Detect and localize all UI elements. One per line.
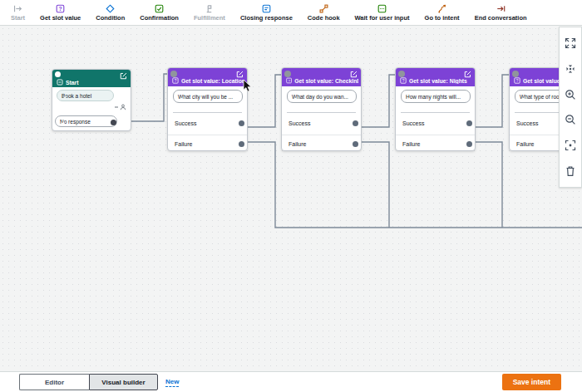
flow-canvas[interactable]: Start Book a hotel No response ? Get — [0, 26, 582, 371]
toolbar-item-label: Start — [11, 14, 25, 22]
code-hook-icon — [319, 4, 328, 13]
node-title: Get slot value: CheckInD... — [294, 78, 358, 84]
toolbar-item-label: Fulfillment — [194, 14, 225, 22]
success-port[interactable] — [466, 120, 472, 126]
failure-port[interactable] — [353, 141, 358, 147]
toolbar-item-go-to-intent[interactable]: Go to intent — [417, 2, 467, 23]
failure-row: Failure — [168, 135, 247, 152]
fullscreen-button[interactable] — [561, 34, 580, 52]
tab-visual-builder[interactable]: Visual builder — [89, 374, 158, 390]
go-to-intent-icon — [437, 4, 446, 13]
block-toolbar: Start ? Get slot value Condition Confirm… — [0, 0, 582, 26]
node-header: ? Get slot value: CheckInD... — [282, 68, 361, 86]
success-port[interactable] — [353, 120, 358, 126]
node-get-slot-checkindate[interactable]: ? Get slot value: CheckInD... What day d… — [281, 67, 362, 151]
wire-nights-success — [471, 75, 512, 127]
wire-nights-failure — [471, 142, 502, 228]
toolbar-item-wait-for-user-input[interactable]: Wait for user input — [348, 2, 417, 23]
success-label: Success — [289, 120, 310, 126]
canvas-controls-panel — [559, 27, 582, 188]
failure-row: Failure — [282, 135, 361, 152]
toolbar-item-label: End conversation — [475, 14, 527, 22]
success-label: Success — [402, 120, 424, 126]
node-get-slot-location[interactable]: ? Get slot value: Location What city wil… — [167, 67, 248, 151]
input-port[interactable] — [170, 71, 177, 77]
zoom-in-icon — [565, 89, 576, 100]
fit-view-icon — [565, 140, 576, 151]
failure-label: Failure — [289, 141, 306, 147]
bottom-bar: Editor Visual builder New Save intent — [0, 371, 582, 392]
toolbar-item-condition[interactable]: Condition — [88, 2, 132, 23]
zoom-in-button[interactable] — [561, 86, 580, 104]
delete-button[interactable] — [561, 162, 580, 180]
success-row: Success — [282, 112, 361, 135]
user-indicator — [115, 104, 126, 110]
node-start[interactable]: Start Book a hotel No response — [52, 69, 131, 131]
new-badge[interactable]: New — [165, 378, 179, 387]
toolbar-item-closing-response[interactable]: Closing response — [233, 2, 300, 23]
input-port[interactable] — [284, 71, 291, 77]
success-label: Success — [175, 120, 196, 126]
wire-checkin-success — [357, 75, 398, 127]
recenter-button[interactable] — [561, 60, 580, 78]
prompt-bubble: What city will you be ... — [173, 90, 243, 103]
toolbar-item-start[interactable]: Start — [3, 2, 32, 23]
svg-text:?: ? — [59, 5, 62, 11]
no-response-port[interactable] — [111, 120, 116, 125]
toolbar-item-fulfillment[interactable]: Fulfillment — [186, 2, 233, 23]
wait-for-user-input-icon — [377, 4, 387, 13]
failure-port[interactable] — [466, 141, 472, 147]
success-label: Success — [516, 120, 538, 126]
success-port[interactable] — [239, 120, 244, 126]
toolbar-item-label: Condition — [96, 14, 125, 22]
toolbar-item-end-conversation[interactable]: End conversation — [467, 2, 535, 23]
failure-label: Failure — [516, 141, 534, 147]
success-row: Success — [396, 112, 475, 135]
svg-text:?: ? — [516, 79, 519, 83]
toolbar-item-label: Wait for user input — [355, 14, 410, 22]
failure-row: Failure — [396, 135, 475, 152]
condition-icon — [106, 4, 115, 13]
toolbar-item-label: Go to intent — [425, 14, 460, 22]
failure-port[interactable] — [239, 141, 244, 147]
slot-value-icon: ? — [286, 77, 292, 84]
node-title: Get slot value: Location — [181, 78, 244, 84]
input-port[interactable] — [55, 71, 61, 77]
failure-label: Failure — [175, 141, 192, 147]
toolbar-item-get-slot-value[interactable]: ? Get slot value — [32, 2, 88, 23]
mouse-cursor — [243, 79, 252, 93]
start-node-icon — [57, 79, 63, 86]
view-mode-segmented-control: Editor Visual builder — [19, 374, 158, 390]
get-slot-value-icon: ? — [56, 4, 65, 13]
input-port[interactable] — [398, 71, 405, 77]
success-row: Success — [168, 112, 247, 135]
fullscreen-icon — [565, 37, 576, 49]
failure-label: Failure — [402, 141, 420, 147]
zoom-out-button[interactable] — [561, 110, 580, 129]
recenter-icon — [565, 63, 576, 75]
save-intent-button[interactable]: Save intent — [502, 374, 561, 390]
trash-icon — [565, 165, 576, 177]
svg-text:?: ? — [175, 79, 177, 83]
start-icon — [13, 4, 22, 13]
dash-icon — [115, 106, 118, 108]
slot-value-icon: ? — [172, 77, 179, 84]
fit-view-button[interactable] — [561, 136, 580, 154]
prompt-bubble: What day do you wan... — [287, 90, 357, 103]
toolbar-item-code-hook[interactable]: Code hook — [300, 2, 348, 23]
tab-editor[interactable]: Editor — [19, 374, 89, 390]
node-get-slot-nights[interactable]: ? Get slot value: Nights How many nights… — [395, 67, 476, 151]
wire-checkin-failure — [357, 142, 389, 228]
input-port[interactable] — [512, 71, 519, 77]
toolbar-item-label: Closing response — [240, 14, 293, 22]
svg-text:?: ? — [288, 79, 290, 83]
node-title: Start — [66, 80, 79, 86]
toolbar-item-confirmation[interactable]: Confirmation — [132, 2, 186, 23]
toolbar-item-label: Confirmation — [140, 14, 179, 22]
node-title: Get slot value: Nights — [409, 78, 467, 84]
slot-value-icon: ? — [400, 77, 407, 84]
node-header: ? Get slot value: Location — [168, 68, 247, 86]
svg-text:?: ? — [402, 79, 405, 83]
confirmation-icon — [155, 4, 164, 13]
sample-utterance-bubble: Book a hotel — [57, 90, 114, 101]
